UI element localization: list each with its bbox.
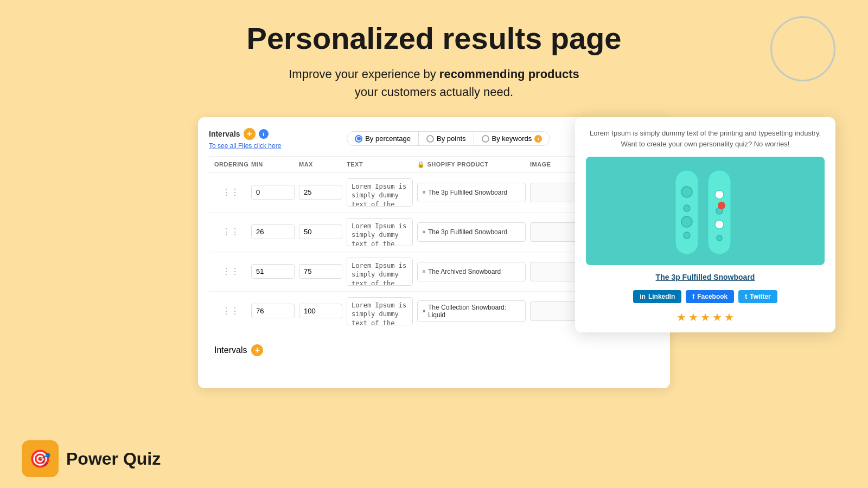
twitter-label: Twitter — [750, 293, 770, 300]
col-ordering: ORDERING — [214, 161, 247, 168]
radio-dot-points — [426, 135, 434, 143]
radio-by-points[interactable]: By points — [419, 132, 474, 145]
linkedin-label: LinkedIn — [648, 293, 675, 300]
radio-by-keywords[interactable]: By keywords i — [474, 132, 550, 145]
max-input-4[interactable] — [299, 304, 342, 318]
star-rating: ★ ★ ★ ★ ★ — [575, 307, 835, 332]
min-input-4[interactable] — [251, 304, 295, 318]
text-input-4[interactable]: Lorem Ipsum is simply dummy text of the … — [347, 297, 413, 325]
facebook-icon: f — [692, 293, 694, 300]
page-subtitle: Improve your experience by recommending … — [0, 65, 868, 101]
min-input-2[interactable] — [251, 224, 295, 239]
star-1: ★ — [676, 311, 686, 324]
social-buttons: in LinkedIn f Facebook t Twitter — [575, 286, 835, 307]
star-5: ★ — [724, 311, 734, 324]
facebook-label: Facebook — [697, 293, 727, 300]
svg-point-6 — [715, 190, 724, 199]
keywords-info-icon[interactable]: i — [534, 135, 542, 143]
radio-label-keywords: By keywords — [492, 134, 532, 143]
files-link[interactable]: To see all Files click here — [209, 142, 281, 150]
star-3: ★ — [700, 311, 710, 324]
page-title: Personalized results page — [0, 22, 868, 55]
col-max: MAX — [299, 161, 342, 168]
twitter-icon: t — [745, 293, 747, 300]
min-input-3[interactable] — [251, 264, 295, 279]
product-remove-2[interactable]: × — [422, 228, 426, 236]
col-shopify-product: 🔒 SHOPIFY PRODUCT — [417, 161, 526, 168]
linkedin-icon: in — [640, 293, 646, 300]
drag-handle[interactable]: ⋮⋮ — [222, 266, 239, 277]
product-remove-4[interactable]: × — [422, 307, 426, 315]
pq-logo-icon: 🎯 — [29, 448, 51, 469]
drag-handle[interactable]: ⋮⋮ — [222, 227, 239, 237]
svg-point-9 — [717, 235, 722, 241]
intervals-info-button[interactable]: i — [259, 129, 269, 139]
power-quiz-badge: 🎯 Power Quiz — [22, 440, 161, 477]
intervals-header: Intervals + i — [209, 128, 281, 140]
preview-product-image — [586, 157, 825, 265]
drag-handle[interactable]: ⋮⋮ — [222, 306, 239, 316]
col-min: MIN — [251, 161, 295, 168]
subtitle-normal2: your customers actually need. — [355, 85, 513, 99]
power-quiz-logo: 🎯 — [22, 440, 59, 477]
product-tag-2[interactable]: × The 3p Fulfilled Snowboard — [417, 222, 526, 242]
product-name-4: The Collection Snowboard: Liquid — [428, 304, 521, 319]
page-header: Personalized results page Improve your e… — [0, 0, 868, 112]
sorting-radio-group: By percentage By points By keywords i — [347, 131, 550, 146]
preview-card: Lorem Ipsum is simply dummy text of the … — [575, 117, 835, 333]
subtitle-normal: Improve your experience by — [289, 67, 439, 81]
max-input-3[interactable] — [299, 264, 342, 279]
lock-icon: 🔒 — [417, 161, 425, 168]
snowboard-svg — [646, 162, 765, 260]
star-4: ★ — [712, 311, 722, 324]
footer-add-button[interactable]: + — [251, 344, 263, 356]
svg-point-2 — [684, 205, 690, 211]
svg-point-10 — [718, 202, 725, 209]
max-input-1[interactable] — [299, 185, 342, 200]
col-text: TEXT — [347, 161, 413, 168]
svg-point-4 — [684, 232, 690, 239]
radio-dot-percentage — [355, 135, 362, 143]
linkedin-button[interactable]: in LinkedIn — [633, 290, 681, 303]
subtitle-bold: recommending products — [439, 67, 579, 81]
preview-description: Lorem Ipsum is simply dummy text of the … — [575, 117, 835, 157]
preview-product-name[interactable]: The 3p Fulfilled Snowboard — [575, 265, 835, 286]
facebook-button[interactable]: f Facebook — [686, 290, 734, 303]
product-tag-4[interactable]: × The Collection Snowboard: Liquid — [417, 300, 526, 322]
radio-label-percentage: By percentage — [365, 134, 411, 143]
drag-handle[interactable]: ⋮⋮ — [222, 187, 239, 197]
product-name-3: The Archived Snowboard — [428, 268, 501, 275]
radio-by-percentage[interactable]: By percentage — [347, 132, 419, 145]
twitter-button[interactable]: t Twitter — [738, 290, 777, 303]
radio-dot-keywords — [482, 135, 489, 143]
text-input-3[interactable]: Lorem Ipsum is simply dummy text of the … — [347, 258, 413, 286]
radio-label-points: By points — [437, 134, 465, 143]
decorative-circle — [770, 16, 835, 81]
product-remove-1[interactable]: × — [422, 189, 426, 196]
footer-intervals-label: Intervals — [214, 345, 247, 355]
svg-point-1 — [681, 187, 692, 197]
min-input-1[interactable] — [251, 185, 295, 200]
power-quiz-label: Power Quiz — [66, 449, 161, 469]
intervals-label-text: Intervals — [209, 130, 240, 138]
svg-rect-0 — [675, 170, 698, 254]
svg-point-8 — [715, 220, 724, 229]
product-tag-1[interactable]: × The 3p Fulfilled Snowboard — [417, 183, 526, 202]
svg-point-3 — [681, 216, 692, 227]
main-content: Intervals + i To see all Files click her… — [0, 117, 868, 388]
product-remove-3[interactable]: × — [422, 268, 426, 275]
text-input-1[interactable]: Lorem Ipsum is simply dummy text of the … — [347, 178, 413, 207]
star-2: ★ — [688, 311, 698, 324]
product-name-2: The 3p Fulfilled Snowboard — [428, 228, 507, 236]
add-intervals-button[interactable]: + — [244, 128, 256, 140]
max-input-2[interactable] — [299, 224, 342, 239]
text-input-2[interactable]: Lorem Ipsum is simply dummy text of the … — [347, 218, 413, 246]
panel-footer: Intervals + — [209, 340, 659, 361]
product-tag-3[interactable]: × The Archived Snowboard — [417, 262, 526, 281]
product-name-1: The 3p Fulfilled Snowboard — [428, 189, 507, 196]
